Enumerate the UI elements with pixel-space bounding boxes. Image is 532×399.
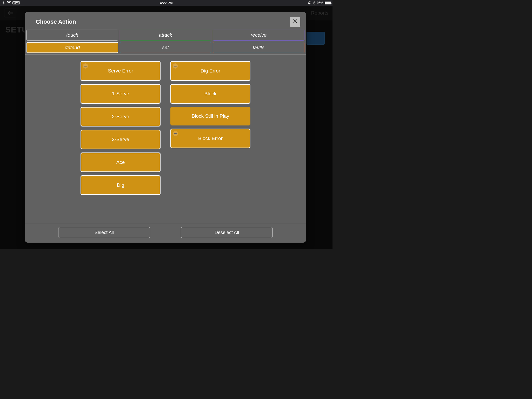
category-defend[interactable]: defend xyxy=(26,42,118,53)
category-faults[interactable]: faults xyxy=(213,42,304,53)
select-all-button[interactable]: Select All xyxy=(58,227,150,238)
close-button[interactable] xyxy=(290,17,300,27)
close-icon xyxy=(293,18,297,25)
action-label: 2-Serve xyxy=(112,114,129,119)
actions-column-1: Serve Error1-Serve2-Serve3-ServeAceDig xyxy=(81,61,161,221)
wifi-icon xyxy=(7,1,11,4)
action-label: Block Still in Play xyxy=(192,113,229,119)
action-button[interactable]: Serve Error xyxy=(81,61,161,81)
svg-rect-1 xyxy=(309,3,310,4)
status-time: 4:22 PM xyxy=(160,1,172,5)
action-button[interactable]: Dig Error xyxy=(170,61,250,81)
action-label: 1-Serve xyxy=(112,91,129,97)
action-label: 3-Serve xyxy=(112,137,129,142)
action-button[interactable]: Dig xyxy=(81,175,161,195)
airplane-icon xyxy=(2,1,5,5)
choose-action-modal: Choose Action touch attack receive defen… xyxy=(25,12,306,243)
action-button[interactable]: 1-Serve xyxy=(81,84,161,104)
action-button[interactable]: Ace xyxy=(81,152,161,172)
category-touch[interactable]: touch xyxy=(26,30,118,41)
deselect-all-button[interactable]: Deselect All xyxy=(181,227,273,238)
status-bar: VPN 4:22 PM 96% xyxy=(0,0,332,6)
category-receive[interactable]: receive xyxy=(213,30,304,41)
action-label: Block Error xyxy=(198,136,223,141)
rotation-lock-icon xyxy=(308,1,311,5)
action-button[interactable]: Block Error xyxy=(170,129,250,148)
minus-icon xyxy=(173,63,178,69)
action-label: Dig Error xyxy=(201,68,220,74)
category-set[interactable]: set xyxy=(120,42,211,53)
category-attack[interactable]: attack xyxy=(120,30,211,41)
bluetooth-icon xyxy=(313,1,315,5)
action-button[interactable]: 3-Serve xyxy=(81,130,161,149)
action-label: Serve Error xyxy=(108,68,133,74)
actions-area: Serve Error1-Serve2-Serve3-ServeAceDig D… xyxy=(25,55,306,224)
battery-percent: 96% xyxy=(317,1,323,5)
category-grid: touch attack receive defend set faults xyxy=(25,30,306,53)
minus-icon xyxy=(83,63,88,69)
action-label: Ace xyxy=(116,159,125,165)
vpn-badge: VPN xyxy=(12,1,20,4)
action-button[interactable]: Block Still in Play xyxy=(170,107,250,125)
modal-footer: Select All Deselect All xyxy=(25,224,306,243)
minus-icon xyxy=(173,131,178,136)
modal-title: Choose Action xyxy=(36,18,76,25)
action-button[interactable]: Block xyxy=(170,84,250,104)
action-label: Block xyxy=(204,91,216,97)
actions-column-2: Dig ErrorBlockBlock Still in PlayBlock E… xyxy=(170,61,250,221)
action-button[interactable]: 2-Serve xyxy=(81,107,161,127)
action-label: Dig xyxy=(117,182,124,188)
battery-icon xyxy=(325,2,331,4)
